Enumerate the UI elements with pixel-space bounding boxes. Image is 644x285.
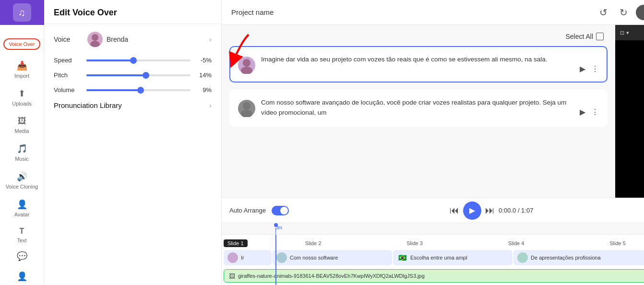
volume-value: 9% (194, 86, 212, 94)
sidebar-item-voice-over[interactable]: Voice Over (0, 30, 44, 56)
voice-chevron-right-icon: › (209, 36, 212, 43)
user-profile-icon[interactable]: 👤 (14, 268, 30, 285)
vo-card-2-avatar (238, 100, 255, 117)
skip-forward-button[interactable]: ⏭ (485, 205, 495, 216)
voice-card-1[interactable]: Imagine dar vida ao seu projeto com voze… (229, 46, 608, 83)
voice-over-label: Voice Over (3, 38, 41, 50)
vo-card-1-avatar (238, 57, 255, 74)
sidebar-bottom: 💬 👤 (14, 248, 30, 285)
time-total: 1:07 (521, 207, 533, 214)
transport-controls: ⏮ ▶ ⏭ 0:00.0 / 1:07 (295, 202, 644, 220)
undo-button[interactable]: ↺ (596, 5, 611, 20)
sidebar: ♫ Voice Over 📥 Import ⬆ Uploads 🖼 Media … (0, 0, 44, 285)
file-segment[interactable]: 🖼 giraffes-nature-animals-9183614-BEAV52… (224, 269, 644, 283)
sidebar-item-music[interactable]: 🎵 Music (0, 139, 44, 166)
uploads-icon: ⬆ (18, 88, 25, 99)
select-all-row[interactable]: Select All (565, 33, 604, 40)
logo-icon: ♫ (13, 3, 31, 22)
voice-card-2[interactable]: Com nosso software avançado de locução, … (229, 89, 608, 127)
sidebar-item-text[interactable]: T Text (0, 222, 44, 248)
segment-1-avatar (227, 252, 238, 263)
panel-title: Edit Voice Over (44, 0, 221, 24)
sidebar-item-media[interactable]: 🖼 Media (0, 111, 44, 139)
file-track: 🖼 giraffes-nature-animals-9183614-BEAV52… (222, 267, 644, 285)
speed-label: Speed (54, 57, 83, 64)
playhead-time-indicator: 0m (275, 225, 282, 230)
voice-avatar (87, 32, 103, 47)
svg-point-6 (241, 110, 252, 117)
voice-segment-4[interactable]: De apresentações profissiona (513, 250, 644, 265)
vo-card-1-play-button[interactable]: ▶ (580, 64, 585, 73)
vo-card-2-play-button[interactable]: ▶ (580, 107, 585, 117)
vo-card-1-text: Imagine dar vida ao seu projeto com voze… (261, 55, 574, 65)
timeline[interactable]: 0m 1m Slide 1 Slide 2 Slide 3 (222, 223, 644, 285)
segment-1-label: Ir (241, 255, 244, 261)
media-icon: 🖼 (18, 116, 26, 126)
chat-icon[interactable]: 💬 (14, 248, 30, 264)
import-icon: 📥 (17, 60, 27, 71)
speed-slider-row: Speed -5% (54, 57, 212, 64)
play-button[interactable]: ▶ (463, 202, 481, 220)
volume-slider[interactable] (86, 89, 191, 91)
vo-card-1-actions: ▶ ⋮ (580, 64, 599, 73)
music-label: Music (15, 156, 29, 162)
preview-size-icon: ⊡ (620, 30, 624, 36)
voice-segment-1[interactable]: Ir (224, 250, 272, 265)
sidebar-item-voice-cloning[interactable]: 🔊 Voice Cloning (0, 166, 44, 194)
avatar-icon: 👤 (17, 199, 27, 210)
voice-row: Voice Brenda › (54, 32, 212, 47)
vo-card-2-actions: ▶ ⋮ (580, 107, 599, 117)
pitch-value: 14% (194, 71, 212, 79)
project-name[interactable]: Project name (231, 8, 590, 16)
sidebar-item-avatar[interactable]: 👤 Avatar (0, 194, 44, 222)
voice-name: Brenda (107, 36, 128, 43)
pronunciation-row[interactable]: Pronunciation Library › (54, 101, 212, 109)
slide-5-label: Slide 5 (609, 238, 644, 247)
pitch-slider-row: Pitch 14% (54, 71, 212, 79)
time-display: 0:00.0 / 1:07 (499, 207, 533, 214)
user-avatars (636, 5, 644, 20)
text-label: Text (17, 238, 26, 243)
text-icon: T (20, 227, 24, 236)
time-current: 0:00.0 (499, 207, 516, 214)
vo-card-1-more-button[interactable]: ⋮ (591, 64, 599, 73)
preview-video (615, 40, 644, 198)
voice-cloning-label: Voice Cloning (6, 184, 38, 190)
voice-over-panel: Edit Voice Over Voice Brenda › Speed (44, 0, 222, 285)
voice-segment-2[interactable]: Com nosso software (273, 250, 392, 265)
redo-button[interactable]: ↻ (616, 5, 631, 20)
avatar-dark (636, 5, 644, 20)
panel-content: Voice Brenda › Speed -5% Pi (44, 24, 221, 285)
editor-area: Select All Imagine dar vida ao seu proje… (222, 25, 644, 198)
avatar-label: Avatar (14, 212, 30, 217)
segment-3-label: Escolha entre uma ampl (410, 255, 467, 261)
pronunciation-label: Pronunciation Library (54, 101, 209, 109)
svg-point-1 (90, 41, 100, 47)
toggle-thumb (280, 207, 288, 214)
voice-selector[interactable]: Brenda › (87, 32, 212, 47)
import-label: Import (14, 73, 29, 79)
timeline-content: Slide 1 Slide 2 Slide 3 Slide 4 Slide 5 (222, 235, 644, 285)
speed-slider[interactable] (86, 59, 191, 61)
svg-point-5 (243, 102, 250, 110)
voice-segment-3[interactable]: 🇧🇷 Escolha entre uma ampl (393, 250, 513, 265)
slide-3-label: Slide 3 (406, 238, 508, 247)
volume-slider-row: Volume 9% (54, 86, 212, 94)
select-all-checkbox[interactable] (596, 33, 604, 40)
slide-4-label: Slide 4 (508, 238, 610, 247)
chevron-down-icon: ▾ (626, 30, 629, 36)
sidebar-nav: Voice Over 📥 Import ⬆ Uploads 🖼 Media 🎵 … (0, 25, 44, 248)
main-area: Project name ↺ ↻ 👥 Share ⬆ Export ⟳ (222, 0, 644, 285)
auto-arrange-toggle[interactable] (272, 206, 289, 215)
skip-back-button[interactable]: ⏮ (450, 205, 459, 216)
playback-bar: Auto Arrange ⏮ ▶ ⏭ 0:00.0 / 1:07 🔊 Volum… (222, 198, 644, 223)
topbar-actions: ↺ ↻ 👥 Share ⬆ Export ⟳ (596, 5, 644, 20)
pitch-slider[interactable] (86, 74, 191, 76)
svg-point-3 (243, 59, 250, 67)
vo-header: Select All (229, 33, 608, 40)
sidebar-item-uploads[interactable]: ⬆ Uploads (0, 83, 44, 111)
vo-card-2-more-button[interactable]: ⋮ (591, 107, 599, 117)
segment-2-label: Com nosso software (290, 255, 338, 261)
preview-size-dropdown[interactable]: ⊡ ▾ (620, 30, 629, 36)
sidebar-item-import[interactable]: 📥 Import (0, 56, 44, 83)
